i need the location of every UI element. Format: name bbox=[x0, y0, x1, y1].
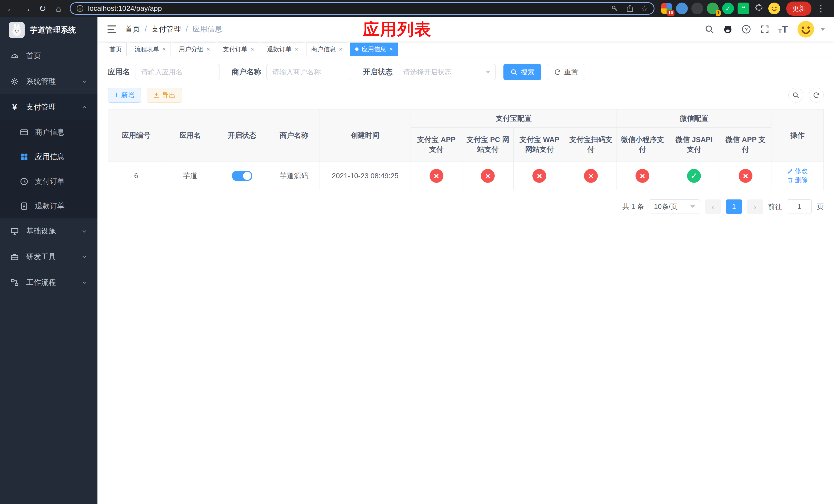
browser-menu-icon[interactable]: ⋮ bbox=[816, 3, 825, 14]
help-icon[interactable]: ? bbox=[741, 24, 751, 35]
extension-check-icon[interactable]: ✓ bbox=[722, 3, 734, 14]
col-group-alipay: 支付宝配置 bbox=[411, 110, 617, 128]
breadcrumb-payment[interactable]: 支付管理 bbox=[151, 24, 181, 35]
sidebar-item-label: 支付订单 bbox=[35, 176, 65, 187]
search-button[interactable]: 搜索 bbox=[503, 64, 541, 80]
sidebar-item-app-info[interactable]: 应用信息 bbox=[0, 144, 97, 169]
goto-page-input[interactable] bbox=[787, 200, 812, 214]
order-icon bbox=[20, 177, 29, 186]
col-alipay-qr: 支付宝扫码支付 bbox=[565, 128, 617, 161]
screen: ← → ↻ ⌂ localhost:1024/pay/app ☆ bbox=[0, 0, 834, 504]
app-logo: 芋道管理系统 bbox=[0, 17, 97, 43]
breadcrumb-home[interactable]: 首页 bbox=[125, 24, 140, 35]
document-icon bbox=[20, 202, 29, 210]
prev-page-button[interactable]: ‹ bbox=[705, 200, 721, 214]
pagination: 共 1 条 10条/页 ‹ 1 › 前往 页 bbox=[108, 200, 824, 214]
page-size-select[interactable]: 10条/页 bbox=[649, 200, 700, 214]
pagination-total: 共 1 条 bbox=[622, 202, 644, 211]
browser-profile-avatar[interactable] bbox=[768, 3, 780, 14]
fullscreen-icon[interactable] bbox=[760, 24, 770, 35]
table-row: 6 芋道 芋道源码 2021-10-23 08:49:25 × × × × × … bbox=[108, 161, 824, 190]
col-app-id: 应用编号 bbox=[108, 110, 164, 161]
tab-label: 流程表单 bbox=[135, 45, 159, 53]
next-page-button[interactable]: › bbox=[747, 200, 763, 214]
font-size-icon[interactable]: TT bbox=[778, 24, 788, 34]
browser-toolbar: ← → ↻ ⌂ localhost:1024/pay/app ☆ bbox=[0, 0, 834, 17]
workflow-icon bbox=[10, 278, 20, 287]
extension-avatar-icon[interactable]: 1 bbox=[707, 3, 719, 14]
app-name-input[interactable] bbox=[135, 64, 220, 80]
goto-label: 前往 bbox=[768, 202, 782, 211]
tab-label: 首页 bbox=[110, 45, 122, 53]
tab-close-icon[interactable]: × bbox=[389, 46, 393, 52]
forward-icon[interactable]: → bbox=[20, 1, 34, 16]
reset-button[interactable]: 重置 bbox=[547, 64, 585, 80]
share-icon[interactable] bbox=[626, 4, 634, 13]
export-button[interactable]: 导出 bbox=[147, 88, 182, 102]
key-icon[interactable] bbox=[611, 4, 619, 13]
channel-status-icon: × bbox=[739, 169, 752, 183]
delete-link[interactable]: 删除 bbox=[787, 176, 808, 184]
col-status: 开启状态 bbox=[216, 110, 268, 161]
tab-app-info[interactable]: 应用信息 × bbox=[350, 43, 398, 56]
home-icon[interactable]: ⌂ bbox=[51, 1, 66, 16]
sidebar-item-payment[interactable]: ¥ 支付管理 bbox=[0, 94, 97, 120]
extension-badge: 1 bbox=[716, 10, 721, 16]
tab-label: 商户信息 bbox=[311, 45, 336, 53]
tab-close-icon[interactable]: × bbox=[339, 46, 343, 52]
status-toggle[interactable] bbox=[232, 171, 253, 181]
add-button[interactable]: + 新增 bbox=[108, 88, 141, 102]
sidebar-item-home[interactable]: 首页 bbox=[0, 43, 97, 69]
tab-user-group[interactable]: 用户分组 × bbox=[174, 43, 215, 56]
tab-process-form[interactable]: 流程表单 × bbox=[130, 43, 171, 56]
sidebar-collapse-icon[interactable] bbox=[106, 24, 117, 35]
extension-chat-icon[interactable]: ❝ bbox=[738, 3, 749, 14]
sidebar-item-pay-order[interactable]: 支付订单 bbox=[0, 169, 97, 194]
site-info-icon[interactable] bbox=[76, 5, 84, 12]
edit-link[interactable]: 修改 bbox=[787, 167, 808, 175]
tab-close-icon[interactable]: × bbox=[295, 46, 298, 52]
extension-grid-icon[interactable]: 10 bbox=[661, 3, 673, 14]
extensions-puzzle-icon[interactable] bbox=[753, 3, 765, 14]
tab-pay-order[interactable]: 支付订单 × bbox=[218, 43, 259, 56]
sidebar-item-label: 商户信息 bbox=[35, 127, 65, 137]
tab-home[interactable]: 首页 bbox=[105, 43, 127, 56]
page-number-button[interactable]: 1 bbox=[726, 200, 742, 214]
extension-blue-icon[interactable] bbox=[676, 3, 688, 14]
top-navbar: 首页 / 支付管理 / 应用信息 应用列表 ? bbox=[97, 17, 834, 42]
sidebar-item-label: 基础设施 bbox=[26, 226, 56, 236]
show-search-button[interactable] bbox=[788, 88, 803, 102]
tab-merchant-info[interactable]: 商户信息 × bbox=[306, 43, 347, 56]
col-created: 创建时间 bbox=[320, 110, 411, 161]
merchant-label: 商户名称 bbox=[232, 67, 261, 77]
app-table: 应用编号 应用名 开启状态 商户名称 创建时间 支付宝配置 微信配置 操作 支付… bbox=[108, 109, 824, 190]
sidebar-item-label: 工作流程 bbox=[26, 277, 56, 288]
browser-update-button[interactable]: 更新 bbox=[786, 2, 811, 16]
tab-close-icon[interactable]: × bbox=[206, 46, 210, 52]
tab-close-icon[interactable]: × bbox=[250, 46, 254, 52]
user-avatar[interactable] bbox=[796, 20, 815, 39]
bookmark-star-icon[interactable]: ☆ bbox=[641, 4, 648, 13]
url-bar[interactable]: localhost:1024/pay/app ☆ bbox=[70, 2, 655, 15]
sidebar-item-merchant-info[interactable]: 商户信息 bbox=[0, 120, 97, 144]
sidebar-item-workflow[interactable]: 工作流程 bbox=[0, 270, 97, 295]
back-icon[interactable]: ← bbox=[4, 1, 18, 16]
tab-refund-order[interactable]: 退款订单 × bbox=[262, 43, 303, 56]
refresh-table-button[interactable] bbox=[809, 88, 824, 102]
main-area: 首页 / 支付管理 / 应用信息 应用列表 ? bbox=[97, 17, 834, 504]
sidebar-item-dev-tools[interactable]: 研发工具 bbox=[0, 244, 97, 270]
navbar-actions: ? TT bbox=[704, 20, 825, 39]
refresh-icon[interactable]: ↻ bbox=[36, 1, 50, 16]
merchant-input[interactable] bbox=[266, 64, 351, 80]
tab-close-icon[interactable]: × bbox=[162, 46, 166, 52]
sidebar-item-refund-order[interactable]: 退款订单 bbox=[0, 194, 97, 219]
avatar-dropdown-caret[interactable] bbox=[820, 28, 825, 31]
logo-image bbox=[9, 22, 25, 38]
status-select[interactable]: 请选择开启状态 bbox=[398, 64, 496, 80]
sidebar-item-infrastructure[interactable]: 基础设施 bbox=[0, 219, 97, 244]
sidebar-item-system[interactable]: 系统管理 bbox=[0, 69, 97, 94]
search-icon[interactable] bbox=[704, 24, 715, 35]
toolbox-icon bbox=[10, 253, 20, 261]
github-icon[interactable] bbox=[723, 24, 733, 35]
extension-dark-icon[interactable] bbox=[692, 3, 703, 14]
